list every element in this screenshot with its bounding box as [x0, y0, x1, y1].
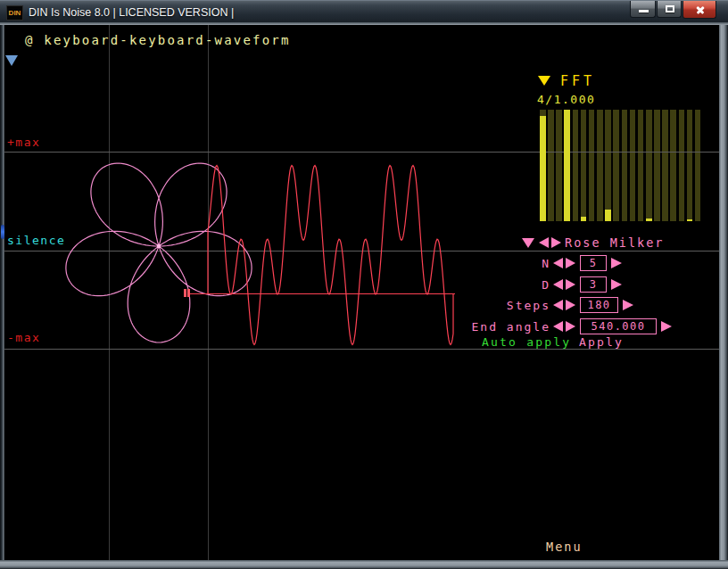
titlebar[interactable]: DIN DIN Is Noise 8.0 | LICENSED VERSION …: [0, 0, 728, 25]
param-n-decrement[interactable]: [553, 258, 563, 268]
app-icon[interactable]: DIN: [6, 5, 23, 21]
fft-bar: [613, 110, 619, 221]
left-border-blue-indicator: [1, 225, 4, 239]
fft-bar: [597, 110, 603, 221]
param-end-angle-decrement[interactable]: [553, 321, 563, 332]
fft-bar: [646, 110, 652, 221]
fft-panel-title: FFT: [560, 73, 595, 89]
rose-milker-next-icon[interactable]: [551, 237, 561, 248]
param-row-n: N 5: [0, 255, 728, 273]
maximize-icon: [666, 5, 674, 12]
minimize-icon: [639, 10, 649, 12]
editor-menu-collapse-icon[interactable]: [5, 55, 18, 66]
din-is-noise-window: { "window": { "title": "DIN Is Noise 8.0…: [0, 0, 728, 569]
fft-bar: [654, 110, 660, 221]
fft-bar: [573, 110, 579, 221]
fft-bar: [622, 110, 628, 221]
param-steps-spinner[interactable]: [623, 300, 633, 310]
param-steps-decrement[interactable]: [553, 300, 563, 310]
fft-bar-signal: [564, 110, 570, 221]
window-border-bottom: [0, 560, 728, 569]
fft-collapse-icon[interactable]: [538, 76, 550, 86]
maximize-button[interactable]: [657, 1, 682, 18]
param-row-end-angle: End angle 540.000: [0, 318, 728, 336]
minimize-button[interactable]: [630, 1, 656, 18]
fft-bar: [638, 110, 644, 221]
fft-bar: [589, 110, 595, 221]
fft-bar-signal: [605, 210, 611, 221]
param-n-spinner[interactable]: [611, 258, 622, 268]
param-d-value[interactable]: 3: [580, 276, 607, 293]
param-row-d: D 3: [0, 276, 728, 294]
menu-button[interactable]: Menu: [546, 540, 583, 554]
param-row-steps: Steps 180: [0, 297, 728, 315]
fft-readout: 4/1.000: [537, 93, 595, 106]
param-d-spinner[interactable]: [611, 279, 622, 290]
param-d-label: D: [542, 278, 550, 292]
param-n-increment[interactable]: [566, 258, 575, 268]
fft-bar: [662, 110, 668, 221]
close-button[interactable]: [682, 1, 716, 19]
level-plus-max-label: +max: [7, 136, 40, 149]
param-end-angle-value[interactable]: 540.000: [580, 318, 657, 334]
auto-apply-toggle[interactable]: Auto apply: [482, 335, 571, 349]
fft-bar: [581, 110, 587, 221]
fft-bar: [548, 110, 554, 221]
param-steps-increment[interactable]: [566, 300, 575, 310]
fft-bar-signal: [581, 217, 587, 221]
rose-milker-header: Rose Milker: [0, 235, 728, 252]
window-border-left: [0, 25, 4, 560]
rose-milker-collapse-icon[interactable]: [522, 238, 534, 248]
current-waveform-label: @ keyboard-keyboard-waveform: [25, 33, 291, 47]
param-d-decrement[interactable]: [553, 279, 563, 290]
rose-milker-prev-icon[interactable]: [539, 237, 549, 248]
fft-bar: [695, 110, 701, 221]
param-end-angle-increment[interactable]: [566, 321, 575, 332]
fft-bar: [605, 110, 611, 221]
param-d-increment[interactable]: [566, 279, 575, 290]
fft-bar: [556, 110, 562, 221]
param-n-label: N: [542, 257, 550, 270]
fft-bar: [687, 110, 693, 221]
fft-bar-signal: [540, 116, 546, 221]
param-steps-label: Steps: [507, 299, 550, 312]
fft-bar: [679, 110, 685, 221]
fft-bar-signal: [646, 219, 652, 221]
rose-milker-title: Rose Milker: [565, 235, 664, 250]
fft-bar-signal: [687, 219, 693, 221]
fft-bar: [670, 110, 676, 221]
apply-button[interactable]: Apply: [579, 335, 624, 349]
param-end-angle-label: End angle: [472, 320, 550, 334]
param-steps-value[interactable]: 180: [580, 297, 618, 313]
param-n-value[interactable]: 5: [580, 255, 607, 271]
param-end-angle-spinner[interactable]: [661, 321, 672, 332]
fft-bar: [630, 110, 636, 221]
window-border-right: [719, 25, 728, 560]
window-title: DIN Is Noise 8.0 | LICENSED VERSION |: [29, 6, 234, 19]
